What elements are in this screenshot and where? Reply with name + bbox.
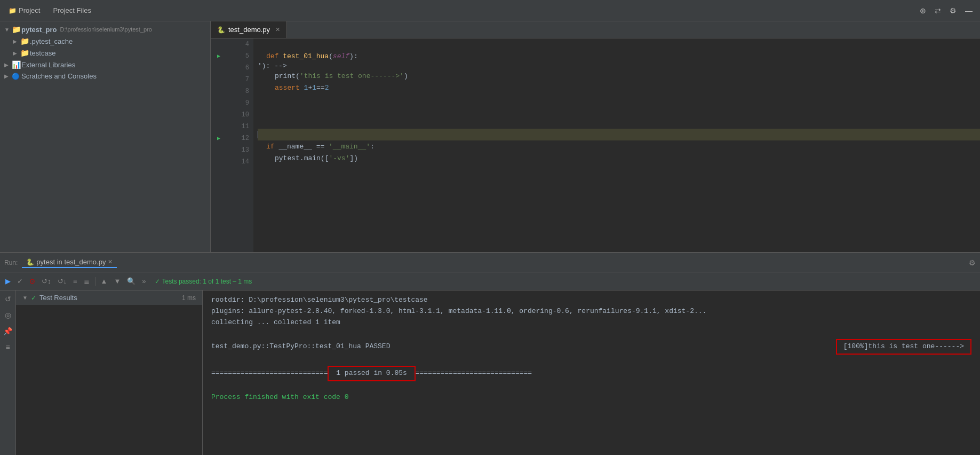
target-icon[interactable]: ◎ xyxy=(3,309,13,321)
scratches-icon: 🔵 xyxy=(12,73,21,80)
editor-tab-test-demo[interactable]: 🐍 test_demo.py ✕ xyxy=(211,21,287,38)
number-1: 1 xyxy=(304,84,308,92)
top-bar-icons: ⊕ ⇄ ⚙ — xyxy=(917,4,976,17)
run-header: Run: 🐍 pytest in test_demo.py ✕ ⚙ xyxy=(0,253,980,272)
up-button[interactable]: ▲ xyxy=(99,276,110,286)
project-label: Project xyxy=(19,6,40,14)
console-test-passed-line: test_demo.py::TestPyPro::test_01_hua PAS… xyxy=(211,339,971,355)
rerun-icon[interactable]: ↺ xyxy=(3,293,13,305)
gutter-line-11 xyxy=(211,121,227,132)
tab-close-button[interactable]: ✕ xyxy=(275,26,280,33)
code-content[interactable]: def test_01_hua ( self ): '): --> print … xyxy=(253,38,980,252)
run-line-icon[interactable]: ▶ xyxy=(217,135,220,142)
dot: . xyxy=(300,154,304,162)
expand-icon: ▼ xyxy=(22,295,28,301)
bottom-panel: Run: 🐍 pytest in test_demo.py ✕ ⚙ ▶ ✓ ⊙ … xyxy=(0,252,980,455)
project-menu[interactable]: 📁 Project xyxy=(4,4,44,17)
python-file-icon: 🐍 xyxy=(217,26,225,34)
main-layout: ▼ 📁 pytest_pro D:\profession\selenium3\p… xyxy=(0,21,980,252)
minimize-icon[interactable]: — xyxy=(962,4,976,17)
console-collecting: collecting ... collected 1 item xyxy=(211,317,971,328)
sidebar-item-external-libraries[interactable]: ▶ 📊 External Libraries xyxy=(0,59,210,70)
gutter-line-14 xyxy=(211,156,227,168)
run-line-icon[interactable]: ▶ xyxy=(217,53,220,59)
run-toolbar: ▶ ✓ ⊙ ↺↕ ↺↓ ≡ ≣ ▲ ▼ 🔍 » ✓ Tests passed: … xyxy=(0,272,980,291)
eq-op: == xyxy=(316,84,325,92)
chevron-right-icon: ▶ xyxy=(4,62,12,68)
sidebar-item-scratches[interactable]: ▶ 🔵 Scratches and Consoles xyxy=(0,70,210,82)
code-line-7: assert 1 + 1 == 2 xyxy=(258,82,980,93)
run-tab-close[interactable]: ✕ xyxy=(108,258,113,265)
equals-right: ============================ xyxy=(416,368,532,379)
line-num-9: 9 xyxy=(231,97,249,109)
add-config-icon[interactable]: ⊕ xyxy=(917,4,929,17)
run-content: ↺ ◎ 📌 ≡ ▼ ✓ Test Results 1 ms rootdir: D… xyxy=(0,291,980,455)
print-fn: print xyxy=(275,72,296,80)
run-settings-icon[interactable]: ⚙ xyxy=(969,258,976,267)
sidebar-item-testcase[interactable]: ▶ 📁 testcase xyxy=(0,47,210,59)
run-tab[interactable]: 🐍 pytest in test_demo.py ✕ xyxy=(22,257,117,268)
sidebar: ▼ 📁 pytest_pro D:\profession\selenium3\p… xyxy=(0,21,211,252)
console-blank2 xyxy=(211,355,971,366)
console-summary-line: ============================ 1 passed in… xyxy=(211,366,971,381)
gutter-line-4 xyxy=(211,38,227,50)
test-result-time: 1 ms xyxy=(182,294,196,302)
code-editor[interactable]: ▶ ▶ 4 5 6 7 8 9 xyxy=(211,38,980,252)
cursor xyxy=(258,131,258,138)
code-line-6: print ( 'this is test one------>' ) xyxy=(258,70,980,82)
line-num-10: 10 xyxy=(231,109,249,121)
sidebar-project-root[interactable]: ▼ 📁 pytest_pro D:\profession\selenium3\p… xyxy=(0,23,210,35)
editor-tabs: 🐍 test_demo.py ✕ xyxy=(211,21,980,38)
pass-badge: ✓ Tests passed: 1 of 1 test – 1 ms xyxy=(155,278,252,285)
testcase-label: testcase xyxy=(30,49,55,57)
rerun-button[interactable]: ↺↕ xyxy=(39,276,53,286)
chevron-right-icon: ▶ xyxy=(13,38,20,44)
test-passed-text: test_demo.py::TestPyPro::test_01_hua PAS… xyxy=(211,341,390,352)
sort-alpha-button[interactable]: ≡ xyxy=(71,276,79,286)
check-button[interactable]: ✓ xyxy=(15,276,25,286)
line-num-12: 12 xyxy=(231,132,249,144)
more-button[interactable]: » xyxy=(140,276,148,286)
editor-area: 🐍 test_demo.py ✕ ▶ ▶ xyxy=(211,21,980,252)
project-folder-icon: 📁 xyxy=(12,25,21,34)
line-num-7: 7 xyxy=(231,74,249,85)
separator xyxy=(95,277,95,286)
down-button[interactable]: ▼ xyxy=(111,276,123,286)
console-output: rootdir: D:\profession\selenium3\pytest_… xyxy=(203,291,980,455)
pin-icon[interactable]: 📌 xyxy=(1,325,14,338)
sort-duration-button[interactable]: ≣ xyxy=(82,276,92,286)
scratches-label: Scratches and Consoles xyxy=(21,72,97,80)
rootdir-text: rootdir: D:\profession\selenium3\pytest_… xyxy=(211,296,428,304)
test-pass-icon: ✓ xyxy=(31,294,36,302)
vs-string: '-vs' xyxy=(329,154,349,162)
settings-icon[interactable]: ⚙ xyxy=(946,4,960,17)
code-line-5: def test_01_hua ( self ): xyxy=(258,50,980,62)
chevron-down-icon: ▼ xyxy=(4,27,12,33)
self-param: self xyxy=(333,52,349,60)
project-files-label: Project Files xyxy=(53,6,91,14)
project-files-menu[interactable]: Project Files xyxy=(49,4,95,17)
stop-button[interactable]: ⊙ xyxy=(27,276,37,286)
run-tab-name: pytest in test_demo.py xyxy=(36,258,106,266)
pass-check-icon: ✓ xyxy=(155,278,160,285)
pass-summary: Tests passed: 1 of 1 test – 1 ms xyxy=(162,278,252,285)
run-button[interactable]: ▶ xyxy=(3,276,13,286)
line-num-4: 4 xyxy=(231,38,249,50)
gutter-line-6 xyxy=(211,62,227,74)
test-results-item[interactable]: ▼ ✓ Test Results 1 ms xyxy=(16,291,202,305)
search-button[interactable]: 🔍 xyxy=(125,276,138,286)
string-literal: 'this is test one------>' xyxy=(300,72,404,80)
process-text: Process finished with exit code 0 xyxy=(211,393,348,401)
output-box: [100%]this is test one------> xyxy=(836,339,971,355)
paren-open2: ([ xyxy=(321,154,329,162)
line-num-14: 14 xyxy=(231,156,249,168)
rerun-failed-button[interactable]: ↺↓ xyxy=(55,276,69,286)
project-path: D:\profession\selenium3\pytest_pro xyxy=(60,26,152,33)
gutter-line-12: ▶ xyxy=(211,132,227,144)
equals-left: ============================ xyxy=(211,368,328,379)
sidebar-item-pytest-cache[interactable]: ▶ 📁 .pytest_cache xyxy=(0,35,210,47)
layers-icon[interactable]: ≡ xyxy=(3,341,12,354)
if-keyword: if xyxy=(266,143,278,151)
swap-icon[interactable]: ⇄ xyxy=(931,4,944,17)
colon: : xyxy=(370,143,375,151)
